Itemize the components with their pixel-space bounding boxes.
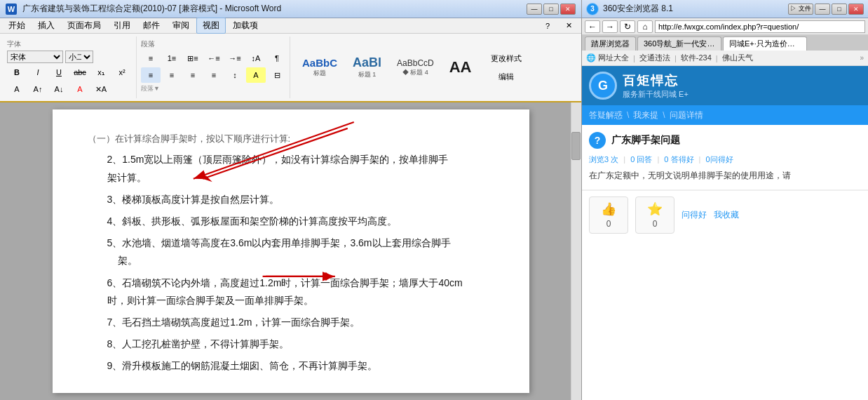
menu-item-review[interactable]: 审阅	[167, 18, 195, 33]
breadcrumb-bar: 答疑解惑 \ 我来提 \ 问题详情	[582, 105, 868, 125]
font-group-label: 字体	[7, 39, 132, 49]
address-bar[interactable]	[655, 20, 865, 33]
font-size-down-button[interactable]: A↓	[49, 81, 69, 97]
sort-button[interactable]: ↕A	[246, 51, 266, 66]
menu-item-view[interactable]: 视图	[196, 18, 226, 34]
browser-maximize-button[interactable]: □	[832, 4, 847, 15]
word-title-bar: W 广东省建筑与装饰工程综合定额(2010)-07 [兼容模式] - Micro…	[0, 0, 581, 18]
site-logo-letter: G	[598, 79, 608, 93]
breadcrumb-detail[interactable]: 问题详情	[670, 109, 703, 121]
word-window-controls: — □ ✕	[527, 4, 576, 15]
close-doc-button[interactable]: ✕	[559, 18, 578, 34]
style-heading-label: 标题	[313, 69, 326, 78]
browser-title-bar: 3 360安全浏览器 8.1 ▷ 文件 — □ ✕	[582, 0, 868, 18]
close-button[interactable]: ✕	[560, 4, 576, 15]
align-center-button[interactable]: ≡	[162, 67, 182, 83]
back-button[interactable]: ←	[585, 20, 600, 33]
vote-link-fav[interactable]: 我收藏	[714, 209, 739, 221]
breadcrumb-sep2: \	[663, 110, 665, 120]
home-button[interactable]: ⌂	[637, 20, 653, 33]
highlight-button[interactable]: A	[70, 81, 90, 97]
browser-minimize-button[interactable]: —	[815, 4, 830, 15]
meta-answers: 0 回答	[630, 155, 652, 164]
superscript-button[interactable]: x²	[112, 65, 132, 80]
bookmark-network[interactable]: 🌐 网址大全	[586, 53, 629, 63]
menu-item-addins[interactable]: 加载项	[227, 18, 264, 33]
word-window: W 广东省建筑与装饰工程综合定额(2010)-07 [兼容模式] - Micro…	[0, 0, 582, 400]
maximize-button[interactable]: □	[543, 4, 559, 15]
strikethrough-button[interactable]: abc	[70, 65, 90, 80]
align-left-button[interactable]: ≡	[141, 67, 161, 83]
question-header: ? 广东脚手架问题	[589, 132, 861, 149]
subscript-button[interactable]: x₁	[91, 65, 111, 80]
menu-item-mail[interactable]: 邮件	[137, 18, 165, 33]
meta-good: 0 答得好	[664, 155, 693, 164]
thumbs-up-icon: 👍	[601, 201, 616, 217]
numbering-button[interactable]: 1≡	[162, 51, 182, 66]
bullets-button[interactable]: ≡	[141, 51, 161, 66]
font-size-select[interactable]: 小二	[65, 51, 93, 63]
change-styles-button[interactable]: 更改样式	[485, 51, 527, 66]
browser-tabs: 踏屏浏览器 360导航_新一代安全上... 同城E+·只为造价从业...	[582, 35, 868, 51]
menu-item-home[interactable]: 开始	[3, 18, 31, 33]
show-marks-button[interactable]: ¶	[267, 51, 287, 66]
bold-button[interactable]: B	[7, 65, 27, 80]
justify-button[interactable]: ≡	[204, 67, 224, 83]
underline-button[interactable]: U	[49, 65, 69, 80]
meta-views: 浏览3 次	[589, 155, 618, 164]
doc-scrollbar[interactable]	[571, 102, 581, 400]
minimize-button[interactable]: —	[527, 4, 542, 15]
multilevel-button[interactable]: ⊞≡	[183, 51, 203, 66]
increase-indent-button[interactable]: →≡	[225, 51, 245, 66]
line-spacing-button[interactable]: ↕	[225, 67, 245, 83]
doc-line-1: 2、1.5m宽以上雨篷（顶层雨篷除外），如没有计算综合脚手架的，按单排脚手架计算…	[107, 151, 494, 186]
refresh-button[interactable]: ↻	[620, 20, 635, 33]
menu-item-refs[interactable]: 引用	[108, 18, 136, 33]
word-menu-bar: 开始 插入 页面布局 引用 邮件 审阅 视图 加载项 ? ✕	[0, 18, 581, 34]
bookmark-software[interactable]: 软件-234	[681, 53, 712, 63]
shading-button[interactable]: A	[246, 67, 266, 83]
style-sample-aa[interactable]: AA	[443, 55, 478, 79]
breadcrumb-post[interactable]: 我来提	[633, 109, 658, 121]
doc-text-content: （一）在计算综合脚手架时，按以下顺序进行计算: 2、1.5m宽以上雨篷（顶层雨篷…	[88, 131, 494, 375]
tab-0[interactable]: 踏屏浏览器	[585, 36, 636, 51]
style-sample-heading[interactable]: AaBbC 标题	[296, 54, 344, 81]
font-name-select[interactable]: 宋体	[7, 51, 63, 63]
vote-down-button[interactable]: ⭐ 0	[635, 196, 674, 234]
menu-item-insert[interactable]: 插入	[32, 18, 60, 33]
scrollbar-thumb[interactable]	[571, 132, 581, 160]
doc-line-0: （一）在计算综合脚手架时，按以下顺序进行计算:	[88, 131, 494, 147]
align-right-button[interactable]: ≡	[183, 67, 203, 83]
tab-1[interactable]: 360导航_新一代安全上...	[637, 36, 721, 51]
style-h1-text: AaBl	[353, 55, 381, 70]
style-sample-heading1[interactable]: AaBl 标题 1	[346, 53, 388, 82]
para-group-label: 段落	[141, 39, 287, 49]
font-group: 字体 宋体 小二 B I U abc x₁ x²	[3, 36, 137, 98]
bookmarks-bar: 🌐 网址大全 | 交通违法 | 软件-234 | 佛山天气 »	[582, 51, 868, 66]
style-sample-heading4[interactable]: AaBbCcD ◆ 标题 4	[391, 55, 440, 80]
bookmark-weather[interactable]: 佛山天气	[722, 53, 753, 63]
browser-close-button[interactable]: ✕	[848, 4, 864, 15]
tab-2[interactable]: 同城E+·只为造价从业...	[723, 36, 807, 51]
vote-link-good[interactable]: 问得好	[681, 209, 707, 221]
vote-up-button[interactable]: 👍 0	[589, 196, 628, 234]
browser-title-text: 360安全浏览器 8.1	[603, 3, 788, 15]
vote-up-count: 0	[606, 219, 611, 229]
word-title-text: 广东省建筑与装饰工程综合定额(2010)-07 [兼容模式] - Microso…	[22, 3, 527, 15]
edit-button[interactable]: 编辑	[485, 69, 527, 84]
site-logo-area: G 百矩悍忘 服务新干线同城 E+	[582, 66, 868, 105]
font-size-up-button[interactable]: A↑	[28, 81, 48, 97]
help-button[interactable]: ?	[538, 18, 557, 34]
browser-file-button[interactable]: ▷ 文件	[788, 4, 813, 15]
vote-area: 👍 0 ⭐ 0 问得好 我收藏	[582, 190, 868, 239]
italic-button[interactable]: I	[28, 65, 48, 80]
site-logo-sub-text: 服务新干线同城 E+	[623, 89, 689, 100]
decrease-indent-button[interactable]: ←≡	[204, 51, 224, 66]
clear-format-button[interactable]: ✕A	[91, 81, 111, 97]
borders-button[interactable]: ⊟	[267, 67, 287, 83]
text-effect-button[interactable]: A	[7, 81, 27, 97]
forward-button[interactable]: →	[602, 20, 618, 33]
menu-item-layout[interactable]: 页面布局	[62, 18, 107, 33]
bookmark-traffic[interactable]: 交通违法	[639, 53, 670, 63]
breadcrumb-qa[interactable]: 答疑解惑	[589, 109, 623, 121]
